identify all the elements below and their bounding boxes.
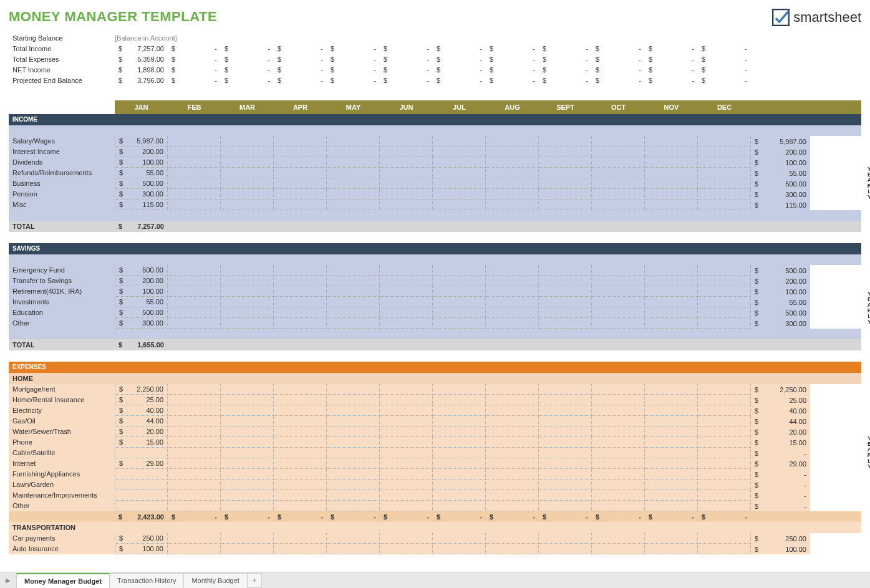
data-cell[interactable] bbox=[698, 416, 751, 427]
summary-cell[interactable]: $- bbox=[168, 55, 221, 63]
data-cell[interactable] bbox=[327, 448, 380, 458]
data-cell[interactable] bbox=[539, 490, 592, 501]
data-cell[interactable] bbox=[486, 405, 539, 416]
data-cell[interactable] bbox=[592, 427, 645, 437]
data-cell[interactable] bbox=[380, 427, 433, 437]
data-cell[interactable] bbox=[274, 297, 327, 307]
data-cell[interactable] bbox=[645, 395, 698, 405]
data-cell[interactable] bbox=[645, 533, 698, 544]
data-cell[interactable] bbox=[327, 157, 380, 168]
data-cell[interactable]: $100.00 bbox=[115, 544, 168, 554]
data-cell[interactable] bbox=[380, 178, 433, 189]
data-cell[interactable] bbox=[539, 480, 592, 490]
data-cell[interactable] bbox=[274, 318, 327, 329]
summary-cell[interactable]: $- bbox=[592, 45, 645, 52]
data-cell[interactable] bbox=[698, 189, 751, 200]
data-cell[interactable] bbox=[274, 448, 327, 458]
data-cell[interactable] bbox=[645, 490, 698, 501]
data-cell[interactable] bbox=[486, 384, 539, 395]
data-cell[interactable] bbox=[486, 307, 539, 318]
data-cell[interactable] bbox=[539, 189, 592, 200]
data-cell[interactable] bbox=[539, 469, 592, 480]
data-cell[interactable] bbox=[221, 448, 274, 458]
summary-cell[interactable]: $- bbox=[380, 66, 433, 74]
data-cell[interactable] bbox=[486, 265, 539, 276]
data-cell[interactable] bbox=[168, 178, 221, 189]
data-cell[interactable] bbox=[645, 318, 698, 329]
data-cell[interactable] bbox=[274, 178, 327, 189]
data-cell[interactable] bbox=[380, 490, 433, 501]
data-cell[interactable] bbox=[380, 405, 433, 416]
data-cell[interactable] bbox=[645, 168, 698, 178]
data-cell[interactable] bbox=[592, 490, 645, 501]
data-cell[interactable] bbox=[486, 318, 539, 329]
data-cell[interactable] bbox=[433, 200, 486, 210]
data-cell[interactable] bbox=[698, 544, 751, 554]
data-cell[interactable] bbox=[168, 147, 221, 157]
summary-cell[interactable]: $- bbox=[327, 77, 380, 84]
data-cell[interactable] bbox=[645, 448, 698, 458]
summary-cell[interactable]: $- bbox=[380, 77, 433, 84]
data-cell[interactable] bbox=[327, 265, 380, 276]
data-cell[interactable]: $500.00 bbox=[115, 178, 168, 189]
data-cell[interactable] bbox=[168, 157, 221, 168]
data-cell[interactable] bbox=[486, 490, 539, 501]
data-cell[interactable] bbox=[433, 416, 486, 427]
data-cell[interactable] bbox=[592, 384, 645, 395]
data-cell[interactable] bbox=[592, 416, 645, 427]
summary-cell[interactable]: $- bbox=[274, 55, 327, 63]
data-cell[interactable] bbox=[221, 395, 274, 405]
summary-cell[interactable]: $- bbox=[698, 66, 751, 74]
data-cell[interactable] bbox=[539, 168, 592, 178]
data-cell[interactable] bbox=[327, 318, 380, 329]
data-cell[interactable] bbox=[433, 544, 486, 554]
data-cell[interactable] bbox=[592, 157, 645, 168]
data-cell[interactable] bbox=[698, 297, 751, 307]
summary-cell[interactable]: $- bbox=[433, 77, 486, 84]
data-cell[interactable]: $5,987.00 bbox=[115, 136, 168, 147]
data-cell[interactable] bbox=[645, 297, 698, 307]
data-cell[interactable] bbox=[645, 147, 698, 157]
data-cell[interactable] bbox=[698, 168, 751, 178]
data-cell[interactable] bbox=[221, 533, 274, 544]
data-cell[interactable] bbox=[539, 533, 592, 544]
data-cell[interactable] bbox=[327, 544, 380, 554]
data-cell[interactable] bbox=[698, 501, 751, 511]
data-cell[interactable] bbox=[327, 480, 380, 490]
data-cell[interactable] bbox=[327, 533, 380, 544]
data-cell[interactable] bbox=[327, 200, 380, 210]
data-cell[interactable] bbox=[380, 157, 433, 168]
data-cell[interactable] bbox=[274, 395, 327, 405]
summary-cell[interactable]: $- bbox=[698, 55, 751, 63]
data-cell[interactable] bbox=[380, 297, 433, 307]
data-cell[interactable] bbox=[698, 178, 751, 189]
summary-cell[interactable]: $- bbox=[539, 55, 592, 63]
data-cell[interactable] bbox=[486, 297, 539, 307]
data-cell[interactable] bbox=[539, 286, 592, 297]
data-cell[interactable]: $300.00 bbox=[115, 318, 168, 329]
data-cell[interactable] bbox=[486, 544, 539, 554]
data-cell[interactable] bbox=[592, 501, 645, 511]
summary-cell[interactable]: $- bbox=[539, 77, 592, 84]
data-cell[interactable] bbox=[327, 384, 380, 395]
data-cell[interactable] bbox=[380, 189, 433, 200]
data-cell[interactable] bbox=[592, 276, 645, 286]
data-cell[interactable]: $25.00 bbox=[115, 395, 168, 405]
data-cell[interactable] bbox=[433, 136, 486, 147]
data-cell[interactable] bbox=[168, 307, 221, 318]
data-cell[interactable]: $40.00 bbox=[115, 405, 168, 416]
data-cell[interactable] bbox=[645, 157, 698, 168]
data-cell[interactable] bbox=[539, 276, 592, 286]
data-cell[interactable] bbox=[486, 168, 539, 178]
data-cell[interactable] bbox=[698, 136, 751, 147]
data-cell[interactable] bbox=[539, 405, 592, 416]
data-cell[interactable] bbox=[592, 544, 645, 554]
data-cell[interactable] bbox=[592, 147, 645, 157]
data-cell[interactable] bbox=[274, 501, 327, 511]
data-cell[interactable] bbox=[274, 544, 327, 554]
data-cell[interactable] bbox=[433, 384, 486, 395]
data-cell[interactable] bbox=[168, 448, 221, 458]
data-cell[interactable] bbox=[592, 307, 645, 318]
data-cell[interactable] bbox=[221, 318, 274, 329]
data-cell[interactable] bbox=[221, 469, 274, 480]
